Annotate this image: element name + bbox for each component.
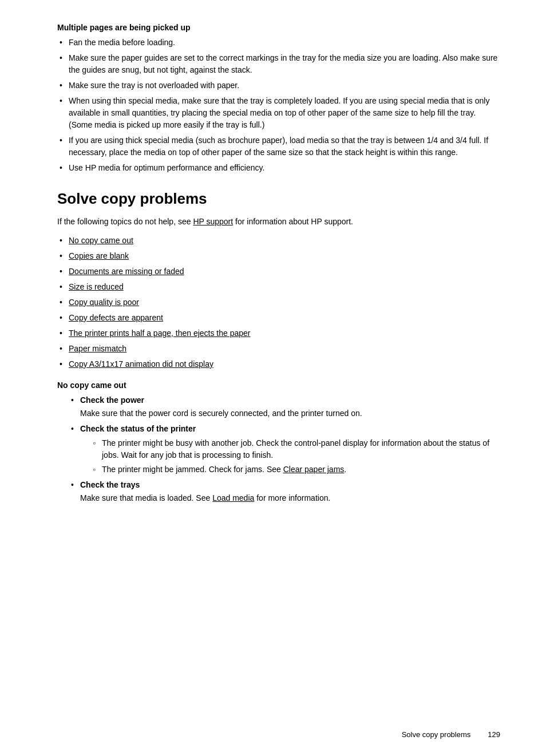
- topic-link-8[interactable]: Copy A3/11x17 animation did not display: [69, 359, 213, 369]
- list-item: Use HP media for optimum performance and…: [57, 162, 500, 174]
- list-item: Copy quality is poor: [57, 296, 500, 308]
- topic-link-1[interactable]: Copies are blank: [69, 251, 129, 260]
- check-trays-label: Check the trays: [80, 480, 140, 489]
- list-item: Fan the media before loading.: [57, 37, 500, 49]
- list-item: Paper mismatch: [57, 343, 500, 355]
- check-power-text: Make sure that the power cord is securel…: [80, 407, 500, 419]
- list-item: Make sure the paper guides are set to th…: [57, 52, 500, 76]
- status-sub-item-0: The printer might be busy with another j…: [92, 437, 500, 461]
- check-power-item: Check the power Make sure that the power…: [69, 394, 500, 419]
- list-item: No copy came out: [57, 235, 500, 247]
- check-trays-item: Check the trays Make sure that media is …: [69, 479, 500, 504]
- footer-label: Solve copy problems: [402, 730, 471, 739]
- topic-link-2[interactable]: Documents are missing or faded: [69, 267, 184, 276]
- topic-link-3[interactable]: Size is reduced: [69, 282, 124, 291]
- list-item: Copies are blank: [57, 250, 500, 262]
- status-sub-list: The printer might be busy with another j…: [92, 437, 500, 476]
- list-item: Copy defects are apparent: [57, 312, 500, 324]
- check-power-label: Check the power: [80, 395, 144, 405]
- topic-link-4[interactable]: Copy quality is poor: [69, 298, 139, 307]
- hp-support-link[interactable]: HP support: [193, 217, 233, 226]
- list-item: If you are using thick special media (su…: [57, 134, 500, 159]
- list-item: The printer prints half a page, then eje…: [57, 327, 500, 339]
- no-copy-list: Check the power Make sure that the power…: [69, 394, 500, 504]
- status-sub-item-1: The printer might be jammed. Check for j…: [92, 464, 500, 476]
- top-section: Multiple pages are being picked up Fan t…: [57, 23, 500, 174]
- top-section-list: Fan the media before loading. Make sure …: [57, 37, 500, 174]
- page: Multiple pages are being picked up Fan t…: [0, 0, 546, 756]
- topic-links-list: No copy came out Copies are blank Docume…: [57, 235, 500, 370]
- list-item: Make sure the tray is not overloaded wit…: [57, 80, 500, 92]
- load-media-link[interactable]: Load media: [212, 493, 254, 502]
- intro-text-after: for information about HP support.: [233, 217, 353, 226]
- intro-text-before: If the following topics do not help, see: [57, 217, 193, 226]
- topic-link-5[interactable]: Copy defects are apparent: [69, 313, 163, 322]
- list-item: Copy A3/11x17 animation did not display: [57, 358, 500, 370]
- top-section-heading: Multiple pages are being picked up: [57, 23, 500, 32]
- check-trays-text: Make sure that media is loaded. See Load…: [80, 492, 500, 504]
- main-title: Solve copy problems: [57, 190, 500, 208]
- footer: Solve copy problems 129: [402, 730, 500, 739]
- topic-link-6[interactable]: The printer prints half a page, then eje…: [69, 328, 251, 338]
- status-sub-text-1-before: The printer might be jammed. Check for j…: [102, 465, 283, 474]
- list-item: When using thin special media, make sure…: [57, 95, 500, 131]
- no-copy-section: No copy came out Check the power Make su…: [57, 381, 500, 504]
- footer-page: 129: [488, 730, 500, 739]
- no-copy-heading: No copy came out: [57, 381, 500, 390]
- check-trays-text-after: for more information.: [254, 493, 330, 502]
- topic-link-0[interactable]: No copy came out: [69, 236, 133, 245]
- list-item: Documents are missing or faded: [57, 266, 500, 278]
- status-sub-text-1-after: .: [344, 465, 346, 474]
- check-status-label: Check the status of the printer: [80, 424, 196, 433]
- intro-paragraph: If the following topics do not help, see…: [57, 216, 500, 228]
- status-sub-text-0: The printer might be busy with another j…: [102, 438, 489, 460]
- check-trays-text-before: Make sure that media is loaded. See: [80, 493, 212, 502]
- topic-link-7[interactable]: Paper mismatch: [69, 344, 126, 353]
- list-item: Size is reduced: [57, 281, 500, 293]
- check-status-item: Check the status of the printer The prin…: [69, 423, 500, 476]
- clear-paper-jams-link[interactable]: Clear paper jams: [283, 465, 345, 474]
